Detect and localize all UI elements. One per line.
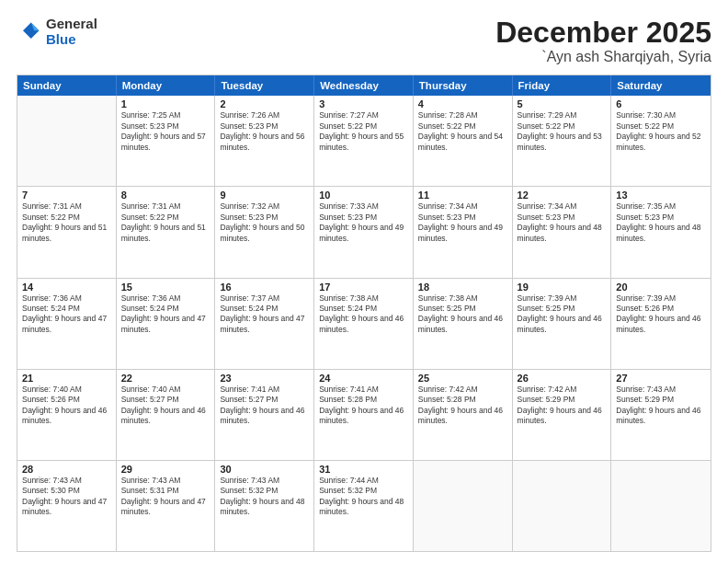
day-info: Sunrise: 7:30 AM Sunset: 5:22 PM Dayligh… (616, 110, 706, 153)
header-sunday: Sunday (17, 75, 117, 96)
day-number: 27 (616, 373, 706, 384)
day-info: Sunrise: 7:28 AM Sunset: 5:22 PM Dayligh… (418, 110, 507, 153)
day-number: 13 (616, 190, 706, 201)
day-info: Sunrise: 7:26 AM Sunset: 5:23 PM Dayligh… (220, 110, 309, 153)
cal-cell-r3-c3: 24Sunrise: 7:41 AM Sunset: 5:28 PM Dayli… (314, 370, 414, 460)
day-info: Sunrise: 7:38 AM Sunset: 5:25 PM Dayligh… (418, 293, 507, 336)
day-info: Sunrise: 7:31 AM Sunset: 5:22 PM Dayligh… (121, 201, 210, 244)
day-number: 26 (518, 373, 607, 384)
day-number: 30 (220, 464, 309, 475)
cal-cell-r3-c5: 26Sunrise: 7:42 AM Sunset: 5:29 PM Dayli… (513, 370, 612, 460)
day-number: 21 (22, 373, 111, 384)
day-number: 16 (220, 282, 309, 293)
header: General Blue December 2025 `Ayn ash Shar… (17, 17, 711, 65)
cal-cell-r0-c2: 2Sunrise: 7:26 AM Sunset: 5:23 PM Daylig… (215, 96, 314, 186)
day-number: 11 (418, 190, 507, 201)
day-info: Sunrise: 7:36 AM Sunset: 5:24 PM Dayligh… (121, 293, 210, 336)
logo-blue: Blue (46, 32, 97, 48)
header-monday: Monday (117, 75, 216, 96)
cal-cell-r2-c2: 16Sunrise: 7:37 AM Sunset: 5:24 PM Dayli… (215, 279, 314, 369)
day-number: 20 (616, 282, 706, 293)
cal-cell-r0-c1: 1Sunrise: 7:25 AM Sunset: 5:23 PM Daylig… (117, 96, 216, 186)
day-number: 7 (22, 190, 111, 201)
calendar-row-3: 21Sunrise: 7:40 AM Sunset: 5:26 PM Dayli… (17, 370, 711, 461)
day-number: 14 (22, 282, 111, 293)
cal-cell-r4-c5 (513, 461, 612, 551)
cal-cell-r2-c3: 17Sunrise: 7:38 AM Sunset: 5:24 PM Dayli… (314, 279, 414, 369)
cal-cell-r1-c0: 7Sunrise: 7:31 AM Sunset: 5:22 PM Daylig… (17, 187, 117, 277)
day-number: 31 (319, 464, 408, 475)
day-info: Sunrise: 7:33 AM Sunset: 5:23 PM Dayligh… (319, 201, 408, 244)
cal-cell-r4-c2: 30Sunrise: 7:43 AM Sunset: 5:32 PM Dayli… (215, 461, 314, 551)
day-info: Sunrise: 7:35 AM Sunset: 5:23 PM Dayligh… (616, 201, 706, 244)
cal-cell-r1-c1: 8Sunrise: 7:31 AM Sunset: 5:22 PM Daylig… (117, 187, 216, 277)
day-number: 17 (319, 282, 408, 293)
logo-text: General Blue (46, 17, 97, 47)
day-number: 6 (616, 98, 706, 109)
cal-cell-r1-c2: 9Sunrise: 7:32 AM Sunset: 5:23 PM Daylig… (215, 187, 314, 277)
day-number: 4 (418, 98, 507, 109)
title-block: December 2025 `Ayn ash Sharqiyah, Syria (495, 17, 711, 65)
day-info: Sunrise: 7:27 AM Sunset: 5:22 PM Dayligh… (319, 110, 408, 153)
day-number: 1 (121, 98, 210, 109)
day-number: 22 (121, 373, 210, 384)
day-info: Sunrise: 7:44 AM Sunset: 5:32 PM Dayligh… (319, 476, 408, 518)
logo-general: General (46, 17, 97, 32)
cal-cell-r3-c6: 27Sunrise: 7:43 AM Sunset: 5:29 PM Dayli… (611, 370, 711, 460)
cal-cell-r0-c4: 4Sunrise: 7:28 AM Sunset: 5:22 PM Daylig… (414, 96, 513, 186)
day-number: 5 (518, 98, 607, 109)
cal-cell-r2-c6: 20Sunrise: 7:39 AM Sunset: 5:26 PM Dayli… (611, 279, 711, 369)
logo: General Blue (17, 17, 97, 47)
logo-icon (17, 19, 42, 45)
day-info: Sunrise: 7:42 AM Sunset: 5:28 PM Dayligh… (418, 385, 507, 427)
day-info: Sunrise: 7:39 AM Sunset: 5:25 PM Dayligh… (518, 293, 607, 336)
cal-cell-r0-c5: 5Sunrise: 7:29 AM Sunset: 5:22 PM Daylig… (513, 96, 612, 186)
day-info: Sunrise: 7:43 AM Sunset: 5:32 PM Dayligh… (220, 476, 309, 518)
calendar-body: 1Sunrise: 7:25 AM Sunset: 5:23 PM Daylig… (17, 96, 711, 551)
cal-cell-r1-c5: 12Sunrise: 7:34 AM Sunset: 5:23 PM Dayli… (513, 187, 612, 277)
cal-cell-r2-c4: 18Sunrise: 7:38 AM Sunset: 5:25 PM Dayli… (414, 279, 513, 369)
day-info: Sunrise: 7:32 AM Sunset: 5:23 PM Dayligh… (220, 201, 309, 244)
day-info: Sunrise: 7:43 AM Sunset: 5:29 PM Dayligh… (616, 385, 706, 427)
day-info: Sunrise: 7:43 AM Sunset: 5:31 PM Dayligh… (121, 476, 210, 518)
day-number: 18 (418, 282, 507, 293)
day-info: Sunrise: 7:42 AM Sunset: 5:29 PM Dayligh… (518, 385, 607, 427)
cal-cell-r3-c0: 21Sunrise: 7:40 AM Sunset: 5:26 PM Dayli… (17, 370, 117, 460)
day-number: 15 (121, 282, 210, 293)
day-number: 10 (319, 190, 408, 201)
cal-cell-r3-c1: 22Sunrise: 7:40 AM Sunset: 5:27 PM Dayli… (117, 370, 216, 460)
cal-cell-r1-c4: 11Sunrise: 7:34 AM Sunset: 5:23 PM Dayli… (414, 187, 513, 277)
day-info: Sunrise: 7:25 AM Sunset: 5:23 PM Dayligh… (121, 110, 210, 153)
day-number: 23 (220, 373, 309, 384)
header-saturday: Saturday (611, 75, 711, 96)
calendar: Sunday Monday Tuesday Wednesday Thursday… (17, 75, 711, 552)
cal-cell-r4-c0: 28Sunrise: 7:43 AM Sunset: 5:30 PM Dayli… (17, 461, 117, 551)
day-info: Sunrise: 7:43 AM Sunset: 5:30 PM Dayligh… (22, 476, 111, 518)
calendar-row-1: 7Sunrise: 7:31 AM Sunset: 5:22 PM Daylig… (17, 187, 711, 278)
day-info: Sunrise: 7:38 AM Sunset: 5:24 PM Dayligh… (319, 293, 408, 336)
day-number: 9 (220, 190, 309, 201)
cal-cell-r0-c6: 6Sunrise: 7:30 AM Sunset: 5:22 PM Daylig… (611, 96, 711, 186)
title-month: December 2025 (495, 17, 711, 49)
title-location: `Ayn ash Sharqiyah, Syria (495, 49, 711, 65)
day-number: 19 (518, 282, 607, 293)
header-tuesday: Tuesday (215, 75, 314, 96)
day-info: Sunrise: 7:34 AM Sunset: 5:23 PM Dayligh… (518, 201, 607, 244)
cal-cell-r0-c3: 3Sunrise: 7:27 AM Sunset: 5:22 PM Daylig… (314, 96, 414, 186)
cal-cell-r3-c2: 23Sunrise: 7:41 AM Sunset: 5:27 PM Dayli… (215, 370, 314, 460)
day-info: Sunrise: 7:36 AM Sunset: 5:24 PM Dayligh… (22, 293, 111, 336)
calendar-header: Sunday Monday Tuesday Wednesday Thursday… (17, 75, 711, 96)
day-number: 29 (121, 464, 210, 475)
cal-cell-r4-c4 (414, 461, 513, 551)
cal-cell-r0-c0 (17, 96, 117, 186)
header-friday: Friday (513, 75, 612, 96)
day-number: 8 (121, 190, 210, 201)
cal-cell-r2-c1: 15Sunrise: 7:36 AM Sunset: 5:24 PM Dayli… (117, 279, 216, 369)
day-info: Sunrise: 7:40 AM Sunset: 5:26 PM Dayligh… (22, 385, 111, 427)
day-number: 24 (319, 373, 408, 384)
day-info: Sunrise: 7:41 AM Sunset: 5:28 PM Dayligh… (319, 385, 408, 427)
day-info: Sunrise: 7:31 AM Sunset: 5:22 PM Dayligh… (22, 201, 111, 244)
cal-cell-r1-c3: 10Sunrise: 7:33 AM Sunset: 5:23 PM Dayli… (314, 187, 414, 277)
header-wednesday: Wednesday (314, 75, 414, 96)
cal-cell-r2-c0: 14Sunrise: 7:36 AM Sunset: 5:24 PM Dayli… (17, 279, 117, 369)
